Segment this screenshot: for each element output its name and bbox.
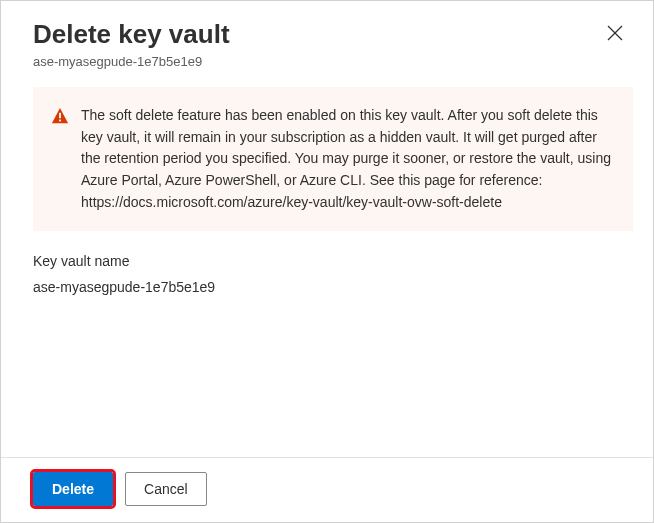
delete-key-vault-panel: Delete key vault ase-myasegpude-1e7b5e1e… [0,0,654,523]
warning-text: The soft delete feature has been enabled… [81,105,611,213]
panel-title: Delete key vault [33,19,593,50]
panel-subtitle: ase-myasegpude-1e7b5e1e9 [33,54,593,69]
warning-icon [51,107,69,213]
key-vault-name-field: Key vault name ase-myasegpude-1e7b5e1e9 [33,253,633,295]
svg-rect-3 [59,120,61,122]
spacer [33,295,633,335]
cancel-button[interactable]: Cancel [125,472,207,506]
close-button[interactable] [601,21,629,49]
svg-rect-2 [59,113,61,118]
close-icon [607,25,623,45]
key-vault-name-label: Key vault name [33,253,633,269]
panel-footer: Delete Cancel [1,457,653,522]
soft-delete-warning: The soft delete feature has been enabled… [33,87,633,231]
panel-body-scroll[interactable]: The soft delete feature has been enabled… [1,79,653,457]
panel-header: Delete key vault ase-myasegpude-1e7b5e1e… [1,1,653,79]
delete-button[interactable]: Delete [33,472,113,506]
key-vault-name-value: ase-myasegpude-1e7b5e1e9 [33,279,633,295]
